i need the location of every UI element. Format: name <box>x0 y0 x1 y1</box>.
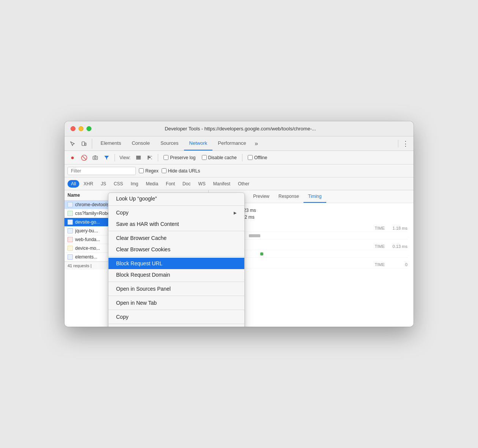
row-name-0: chrome-devtools/ <box>75 202 110 207</box>
svg-rect-5 <box>136 157 141 158</box>
filter-tab-font[interactable]: Font <box>162 180 178 188</box>
context-menu-clear-cache[interactable]: Clear Browser Cache <box>108 232 244 244</box>
context-menu-save-har[interactable]: Save as HAR with Content <box>108 218 244 230</box>
start-time-label: TIME <box>362 244 385 249</box>
row-name-5: device-mo... <box>75 246 100 251</box>
svg-rect-11 <box>151 158 152 160</box>
regex-label[interactable]: Regex <box>139 168 159 174</box>
filter-bar: Regex Hide data URLs <box>64 164 414 177</box>
filter-tab-ws[interactable]: WS <box>195 180 209 188</box>
context-menu-open-sources[interactable]: Open in Sources Panel <box>108 283 244 294</box>
tab-sources[interactable]: Sources <box>155 136 184 150</box>
filter-tab-css[interactable]: CSS <box>110 180 127 188</box>
context-menu-sep-3 <box>108 256 244 257</box>
context-menu-block-url[interactable]: Block Request URL <box>108 258 244 269</box>
svg-rect-8 <box>148 157 151 158</box>
svg-rect-6 <box>136 158 141 160</box>
tab-separator <box>398 140 398 147</box>
minimize-button[interactable] <box>79 126 83 131</box>
tabs-bar: Elements Console Sources Network Perform… <box>64 136 414 151</box>
tab-console[interactable]: Console <box>126 136 155 150</box>
context-menu-sep-1 <box>108 205 244 206</box>
svg-point-3 <box>94 157 96 159</box>
scheduling-time-label: TIME <box>362 226 385 230</box>
clear-button[interactable]: 🚫 <box>79 153 89 163</box>
response-time-value: 0 <box>385 262 407 267</box>
network-toolbar: ● 🚫 View: <box>64 151 414 164</box>
start-time-value: 0.13 ms <box>385 244 407 249</box>
row-name-3: jquery-bu... <box>75 228 98 233</box>
offline-checkbox[interactable] <box>248 155 253 160</box>
row-name-2: devsite-go... <box>75 219 100 225</box>
context-menu-block-domain[interactable]: Block Request Domain <box>108 269 244 280</box>
tab-network[interactable]: Network <box>184 136 213 150</box>
svg-rect-7 <box>148 156 149 157</box>
filter-tab-other[interactable]: Other <box>234 180 253 188</box>
context-menu-lookup[interactable]: Look Up “google” <box>108 193 244 204</box>
filter-input-wrap <box>68 167 136 175</box>
camera-button[interactable] <box>90 153 100 163</box>
context-menu[interactable]: Look Up “google” Copy ▶ Save as HAR with… <box>108 193 245 327</box>
context-menu-speech[interactable]: Speech ▶ <box>108 325 244 327</box>
svg-rect-1 <box>85 143 86 146</box>
filter-tab-all[interactable]: All <box>68 180 79 188</box>
row-icon-3 <box>68 228 73 233</box>
view-label: View: <box>120 155 131 160</box>
start-bar <box>249 252 385 256</box>
row-name-6: elements... <box>75 254 97 260</box>
traffic-lights <box>71 126 91 131</box>
tabs-more-button[interactable]: » <box>252 139 261 149</box>
offline-label[interactable]: Offline <box>248 155 267 160</box>
filter-tab-manifest[interactable]: Manifest <box>210 180 234 188</box>
detail-tab-response[interactable]: Response <box>274 190 303 203</box>
svg-rect-9 <box>148 158 149 160</box>
filter-tab-doc[interactable]: Doc <box>179 180 194 188</box>
tabs-list: Elements Console Sources Network Perform… <box>95 136 396 150</box>
record-button[interactable]: ● <box>68 153 77 163</box>
context-menu-sep-2 <box>108 231 244 231</box>
toolbar-separator-3 <box>242 154 242 161</box>
devtools-menu-button[interactable]: ⋮ <box>401 139 410 149</box>
maximize-button[interactable] <box>86 126 91 131</box>
disable-cache-checkbox[interactable] <box>202 155 207 160</box>
tab-performance[interactable]: Performance <box>212 136 251 150</box>
context-menu-copy[interactable]: Copy <box>108 311 244 323</box>
preserve-log-checkbox[interactable] <box>164 155 168 160</box>
hide-data-urls-checkbox[interactable] <box>162 168 167 173</box>
view-waterfall-icon[interactable] <box>145 153 155 163</box>
toolbar-separator-1 <box>115 154 115 161</box>
disable-cache-label[interactable]: Disable cache <box>202 155 237 160</box>
hide-data-urls-label[interactable]: Hide data URLs <box>162 168 200 174</box>
copy-submenu-arrow: ▶ <box>234 211 237 215</box>
context-menu-clear-cookies[interactable]: Clear Browser Cookies <box>108 244 244 255</box>
detail-tab-timing[interactable]: Timing <box>303 190 326 203</box>
context-menu-sep-6 <box>108 310 244 310</box>
inspect-icon[interactable] <box>68 139 77 149</box>
row-icon-5 <box>68 246 73 251</box>
filter-input[interactable] <box>68 167 136 175</box>
filter-tab-xhr[interactable]: XHR <box>80 180 96 188</box>
context-menu-copy-submenu[interactable]: Copy ▶ <box>108 207 244 218</box>
view-table-icon[interactable] <box>134 153 143 163</box>
filter-tab-media[interactable]: Media <box>142 180 162 188</box>
filter-tab-js[interactable]: JS <box>97 180 110 188</box>
regex-checkbox[interactable] <box>139 168 144 173</box>
row-icon-6 <box>68 254 73 260</box>
svg-rect-2 <box>93 156 97 160</box>
device-icon[interactable] <box>79 139 89 149</box>
devtools-window: Developer Tools - https://developers.goo… <box>64 121 414 327</box>
filter-tab-img[interactable]: Img <box>127 180 142 188</box>
context-menu-sep-4 <box>108 282 244 282</box>
svg-rect-4 <box>136 156 141 157</box>
start-bar-container <box>249 244 362 248</box>
row-icon-1 <box>68 211 73 216</box>
filter-button[interactable] <box>102 153 112 163</box>
context-menu-open-tab[interactable]: Open in New Tab <box>108 297 244 309</box>
tab-elements[interactable]: Elements <box>95 136 126 150</box>
window-title: Developer Tools - https://developers.goo… <box>96 126 385 132</box>
title-bar: Developer Tools - https://developers.goo… <box>64 121 414 136</box>
detail-tab-preview[interactable]: Preview <box>248 190 274 203</box>
close-button[interactable] <box>71 126 75 131</box>
response-time-label: TIME <box>362 262 385 267</box>
preserve-log-label[interactable]: Preserve log <box>164 155 195 160</box>
